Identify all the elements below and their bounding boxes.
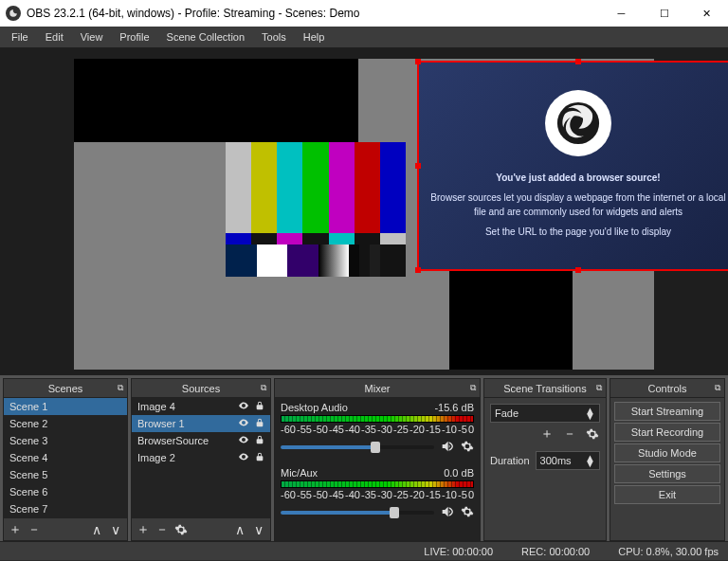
start-streaming-button[interactable]: Start Streaming [614, 402, 720, 421]
popout-icon[interactable]: ⧉ [715, 383, 720, 393]
browser-msg-3: Set the URL to the page you'd like to di… [485, 225, 671, 239]
obs-logo-icon [545, 90, 611, 156]
menubar: FileEditViewProfileScene CollectionTools… [0, 27, 728, 47]
close-button[interactable]: ✕ [685, 0, 728, 27]
mixer-title: Mixer [365, 383, 391, 394]
scene-item[interactable]: Scene 7 [4, 500, 127, 517]
audio-meter [281, 415, 474, 423]
popout-icon[interactable]: ⧉ [261, 383, 266, 393]
status-rec: REC: 00:00:00 [521, 546, 590, 557]
add-scene-button[interactable]: ＋ [8, 522, 23, 537]
add-source-button[interactable]: ＋ [136, 522, 151, 537]
start-recording-button[interactable]: Start Recording [614, 423, 720, 442]
audio-meter [281, 480, 474, 488]
popout-icon[interactable]: ⧉ [470, 383, 476, 393]
lock-toggle-icon[interactable] [255, 452, 264, 463]
app-icon [6, 6, 21, 21]
scene-up-button[interactable]: ∧ [89, 522, 104, 537]
lock-toggle-icon[interactable] [255, 401, 264, 412]
scenes-title: Scenes [48, 383, 83, 394]
docks-row: Scenes⧉ Scene 1Scene 2Scene 3Scene 4Scen… [0, 375, 728, 541]
add-transition-button[interactable]: ＋ [539, 426, 555, 442]
scenes-list[interactable]: Scene 1Scene 2Scene 3Scene 4Scene 5Scene… [4, 398, 127, 517]
preview-area[interactable]: You've just added a browser source! Brow… [0, 47, 728, 375]
color-bars-source[interactable] [226, 142, 406, 277]
status-cpu: CPU: 0.8%, 30.00 fps [618, 546, 719, 557]
duration-input[interactable]: 300ms ▲▼ [536, 451, 600, 470]
settings-button[interactable]: Settings [614, 464, 720, 483]
source-down-button[interactable]: ∨ [251, 522, 266, 537]
menu-edit[interactable]: Edit [38, 29, 71, 45]
scene-down-button[interactable]: ∨ [108, 522, 123, 537]
transition-settings-button[interactable] [585, 426, 600, 442]
mixer-channel: Desktop Audio-15.6 dB-60-55-50-45-40-35-… [281, 402, 474, 456]
status-bar: LIVE: 00:00:00 REC: 00:00:00 CPU: 0.8%, … [0, 541, 728, 560]
remove-transition-button[interactable]: － [562, 426, 577, 442]
source-item[interactable]: BrowserSource [132, 432, 270, 449]
source-up-button[interactable]: ∧ [232, 522, 247, 537]
menu-help[interactable]: Help [296, 29, 333, 45]
mixer-body: Desktop Audio-15.6 dB-60-55-50-45-40-35-… [275, 398, 480, 540]
visibility-toggle-icon[interactable] [238, 434, 249, 447]
titlebar: OBS 23.2.1 (64-bit, windows) - Profile: … [0, 0, 728, 27]
sources-list[interactable]: Image 4Browser 1BrowserSourceImage 2 [132, 398, 270, 517]
mixer-panel: Mixer⧉ Desktop Audio-15.6 dB-60-55-50-45… [274, 378, 481, 541]
scenes-panel: Scenes⧉ Scene 1Scene 2Scene 3Scene 4Scen… [3, 378, 128, 541]
minimize-button[interactable]: ─ [600, 0, 643, 27]
menu-file[interactable]: File [4, 29, 36, 45]
browser-msg-2: Browser sources let you display a webpag… [430, 190, 726, 219]
scene-item[interactable]: Scene 1 [4, 398, 127, 415]
controls-panel: Controls⧉ Start StreamingStart Recording… [610, 378, 725, 541]
status-live: LIVE: 00:00:00 [424, 546, 493, 557]
scene-item[interactable]: Scene 4 [4, 449, 127, 466]
sources-panel: Sources⧉ Image 4Browser 1BrowserSourceIm… [131, 378, 271, 541]
menu-profile[interactable]: Profile [112, 29, 156, 45]
source-item[interactable]: Browser 1 [132, 415, 270, 432]
channel-db: 0.0 dB [444, 467, 474, 479]
popout-icon[interactable]: ⧉ [596, 383, 602, 393]
transition-select[interactable]: Fade ▲▼ [490, 404, 600, 423]
volume-slider[interactable] [281, 445, 434, 449]
scene-item[interactable]: Scene 6 [4, 483, 127, 500]
channel-db: -15.6 dB [434, 402, 474, 413]
scene-item[interactable]: Scene 3 [4, 432, 127, 449]
scene-item[interactable]: Scene 2 [4, 415, 127, 432]
scene-item[interactable]: Scene 5 [4, 466, 127, 483]
source-item[interactable]: Image 2 [132, 449, 270, 466]
controls-title: Controls [648, 383, 687, 394]
volume-slider[interactable] [281, 511, 434, 515]
source-settings-button[interactable] [173, 522, 189, 537]
menu-scene-collection[interactable]: Scene Collection [159, 29, 253, 45]
remove-source-button[interactable]: － [155, 522, 170, 537]
preview-canvas[interactable]: You've just added a browser source! Brow… [74, 59, 654, 370]
visibility-toggle-icon[interactable] [238, 417, 249, 430]
source-item[interactable]: Image 4 [132, 398, 270, 415]
speaker-icon[interactable] [440, 504, 455, 521]
duration-label: Duration [490, 455, 530, 466]
mixer-channel: Mic/Aux0.0 dB-60-55-50-45-40-35-30-25-20… [281, 467, 474, 521]
channel-settings-icon[interactable] [461, 440, 474, 455]
browser-msg-1: You've just added a browser source! [496, 171, 660, 185]
channel-name: Mic/Aux [281, 467, 318, 479]
visibility-toggle-icon[interactable] [238, 451, 249, 464]
lock-toggle-icon[interactable] [255, 418, 264, 429]
transitions-title: Scene Transitions [503, 383, 586, 394]
menu-view[interactable]: View [73, 29, 111, 45]
window-title: OBS 23.2.1 (64-bit, windows) - Profile: … [27, 7, 600, 20]
speaker-icon[interactable] [440, 439, 455, 456]
remove-scene-button[interactable]: － [27, 522, 42, 537]
browser-source-selected[interactable]: You've just added a browser source! Brow… [417, 61, 728, 271]
popout-icon[interactable]: ⧉ [118, 383, 123, 393]
channel-name: Desktop Audio [281, 402, 348, 413]
channel-settings-icon[interactable] [461, 505, 474, 520]
exit-button[interactable]: Exit [614, 485, 720, 504]
sources-title: Sources [182, 383, 220, 394]
lock-toggle-icon[interactable] [255, 435, 264, 446]
menu-tools[interactable]: Tools [254, 29, 294, 45]
transitions-panel: Scene Transitions⧉ Fade ▲▼ ＋ － Duration … [483, 378, 607, 541]
visibility-toggle-icon[interactable] [238, 400, 249, 413]
studio-mode-button[interactable]: Studio Mode [614, 443, 720, 462]
maximize-button[interactable]: ☐ [643, 0, 685, 27]
